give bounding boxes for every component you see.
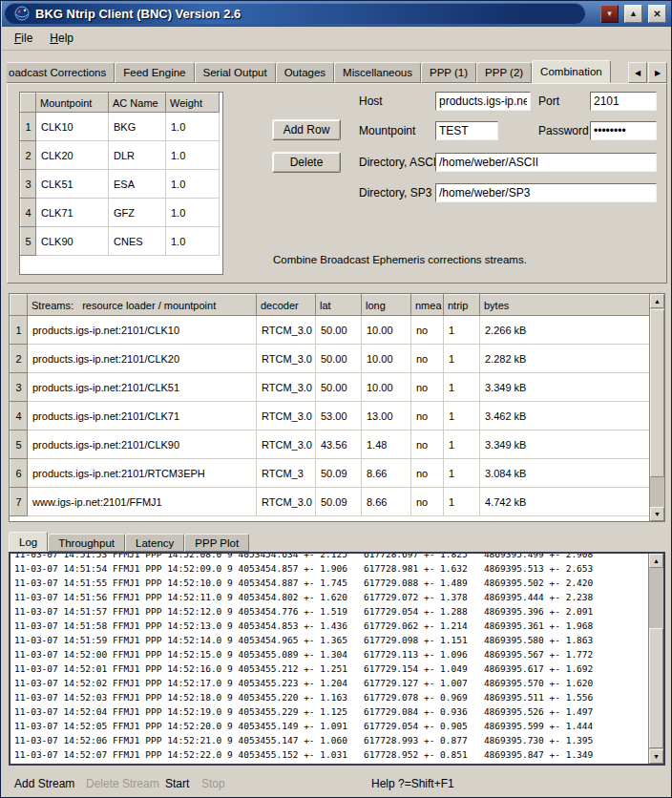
stop-button[interactable]: Stop: [201, 777, 225, 790]
port-input[interactable]: [590, 92, 657, 111]
combination-header-ac-name: AC Name: [109, 94, 166, 113]
ac-name-cell[interactable]: CNES: [109, 227, 166, 256]
scroll-up-icon[interactable]: ▲: [649, 554, 663, 568]
log-output[interactable]: 11-03-07 14:51:53 FFMJ1 PPP 14:52:08.0 9…: [9, 552, 665, 766]
password-input[interactable]: [590, 121, 657, 140]
directory-ascii-input[interactable]: [435, 153, 657, 172]
mountpoint-cell[interactable]: CLK51: [36, 170, 109, 199]
stream-row[interactable]: 3 products.igs-ip.net:2101/CLK51 RTCM_3.…: [10, 373, 650, 402]
stream-ntrip-cell: 1: [444, 430, 480, 459]
log-line: 11-03-07 14:52:03 FFMJ1 PPP 14:52:18.0 9…: [14, 690, 646, 704]
maximize-button[interactable]: ▲: [624, 5, 642, 23]
ac-name-cell[interactable]: ESA: [109, 170, 166, 199]
tab-ppp-plot[interactable]: PPP Plot: [184, 534, 249, 552]
add-stream-button[interactable]: Add Stream: [14, 777, 74, 790]
mountpoint-cell[interactable]: CLK10: [36, 113, 109, 141]
log-line: 11-03-07 14:51:58 FFMJ1 PPP 14:52:13.0 9…: [14, 619, 646, 633]
row-number: 2: [21, 141, 36, 170]
stream-source-cell: www.igs-ip.net:2101/FFMJ1: [28, 488, 257, 516]
titlebar[interactable]: BKG Ntrip Client (BNC) Version 2.6 ▾ ▲ ✕: [2, 1, 672, 27]
combination-header-mountpoint: Mountpoint: [36, 94, 109, 113]
streams-header-nmea: nmea: [411, 295, 444, 316]
stream-lat-cell: 50.00: [316, 373, 362, 402]
stream-lat-cell: 50.00: [316, 316, 362, 345]
stream-nmea-cell: no: [411, 402, 444, 430]
tab-log[interactable]: Log: [9, 532, 48, 552]
tab-scroll-arrows: ◀ ▶: [628, 62, 667, 83]
stream-ntrip-cell: 1: [444, 316, 480, 345]
weight-cell[interactable]: 1.0: [166, 113, 220, 141]
stream-source-cell: products.igs-ip.net:2101/CLK90: [28, 430, 257, 459]
stream-decoder-cell: RTCM_3.0: [257, 373, 316, 402]
delete-stream-button[interactable]: Delete Stream: [86, 777, 159, 790]
add-row-button[interactable]: Add Row: [272, 119, 341, 140]
log-line: 11-03-07 14:51:55 FFMJ1 PPP 14:52:10.0 9…: [14, 576, 646, 590]
combination-table-row[interactable]: 5 CLK90 CNES 1.0: [21, 227, 220, 256]
directory-sp3-label: Directory, SP3: [359, 186, 431, 200]
minimize-button[interactable]: ▾: [600, 5, 619, 23]
ac-name-cell[interactable]: GFZ: [109, 199, 166, 227]
stream-row-number: 2: [10, 345, 28, 373]
scroll-thumb[interactable]: [650, 309, 664, 477]
stream-long-cell: 8.66: [362, 488, 411, 516]
weight-cell[interactable]: 1.0: [166, 170, 220, 199]
stream-row[interactable]: 7 www.igs-ip.net:2101/FFMJ1 RTCM_3.0 50.…: [10, 488, 650, 516]
title-capsule: BKG Ntrip Client (BNC) Version 2.6: [5, 3, 585, 24]
stream-source-cell: products.igs-ip.net:2101/CLK10: [28, 316, 257, 345]
tab-latency[interactable]: Latency: [125, 534, 184, 552]
combination-table-row[interactable]: 4 CLK71 GFZ 1.0: [21, 199, 220, 227]
tab-miscellaneous[interactable]: Miscellaneous: [334, 62, 421, 83]
host-input[interactable]: [435, 92, 531, 111]
streams-header-ntrip: ntrip: [444, 295, 480, 316]
tab-throughput[interactable]: Throughput: [48, 534, 125, 552]
mountpoint-cell[interactable]: CLK20: [36, 141, 109, 170]
tab-scroll-right-button[interactable]: ▶: [648, 62, 667, 83]
tab-outages[interactable]: Outages: [276, 62, 334, 83]
stream-nmea-cell: no: [411, 345, 444, 373]
log-line: 11-03-07 14:52:02 FFMJ1 PPP 14:52:17.0 9…: [14, 676, 646, 690]
stream-row[interactable]: 1 products.igs-ip.net:2101/CLK10 RTCM_3.…: [10, 316, 650, 345]
directory-sp3-input[interactable]: [435, 183, 657, 202]
app-icon[interactable]: [14, 6, 30, 21]
weight-cell[interactable]: 1.0: [166, 227, 220, 256]
tab-feed-engine[interactable]: Feed Engine: [115, 62, 194, 83]
menu-help[interactable]: Help: [41, 29, 82, 48]
stream-row-number: 3: [10, 373, 28, 402]
scroll-down-icon[interactable]: ▼: [650, 507, 664, 521]
menu-file[interactable]: File: [6, 29, 41, 48]
stream-row[interactable]: 2 products.igs-ip.net:2101/CLK20 RTCM_3.…: [10, 345, 650, 373]
combination-corner-header: [21, 94, 36, 113]
tab-combination[interactable]: Combination: [532, 60, 611, 83]
tab-ppp-1[interactable]: PPP (1): [421, 62, 476, 83]
start-button[interactable]: Start: [165, 777, 189, 790]
weight-cell[interactable]: 1.0: [166, 141, 220, 170]
tab-ppp-2[interactable]: PPP (2): [476, 62, 532, 83]
log-line: 11-03-07 14:52:07 FFMJ1 PPP 14:52:22.0 9…: [14, 747, 646, 762]
stream-row[interactable]: 6 products.igs-ip.net:2101/RTCM3EPH RTCM…: [10, 459, 650, 488]
stream-long-cell: 10.00: [362, 345, 411, 373]
mountpoint-cell[interactable]: CLK71: [36, 199, 109, 227]
combination-table-row[interactable]: 2 CLK20 DLR 1.0: [21, 141, 220, 170]
log-line: 11-03-07 14:52:01 FFMJ1 PPP 14:52:16.0 9…: [14, 662, 646, 676]
scroll-thumb[interactable]: [649, 628, 663, 748]
scroll-up-icon[interactable]: ▲: [650, 294, 664, 308]
tab-broadcast-corrections[interactable]: oadcast Corrections: [7, 62, 115, 83]
combination-table-row[interactable]: 1 CLK10 BKG 1.0: [21, 113, 220, 141]
streams-scrollbar[interactable]: ▲ ▼: [649, 294, 664, 521]
combination-table-row[interactable]: 3 CLK51 ESA 1.0: [21, 170, 220, 199]
tab-scroll-left-button[interactable]: ◀: [628, 62, 647, 83]
log-scrollbar[interactable]: ▲ ▼: [648, 554, 663, 764]
ac-name-cell[interactable]: BKG: [109, 113, 166, 141]
mountpoint-cell[interactable]: CLK90: [36, 227, 109, 256]
stream-row[interactable]: 4 products.igs-ip.net:2101/CLK71 RTCM_3.…: [10, 402, 650, 430]
close-button[interactable]: ✕: [648, 5, 666, 23]
ac-name-cell[interactable]: DLR: [109, 141, 166, 170]
weight-cell[interactable]: 1.0: [166, 199, 220, 227]
menubar: File Help: [2, 27, 672, 51]
stream-row-number: 6: [10, 459, 28, 488]
delete-button[interactable]: Delete: [272, 152, 341, 173]
mountpoint-input[interactable]: [435, 121, 498, 140]
scroll-down-icon[interactable]: ▼: [649, 749, 663, 764]
tab-serial-output[interactable]: Serial Output: [195, 62, 276, 83]
stream-row[interactable]: 5 products.igs-ip.net:2101/CLK90 RTCM_3.…: [10, 430, 650, 459]
